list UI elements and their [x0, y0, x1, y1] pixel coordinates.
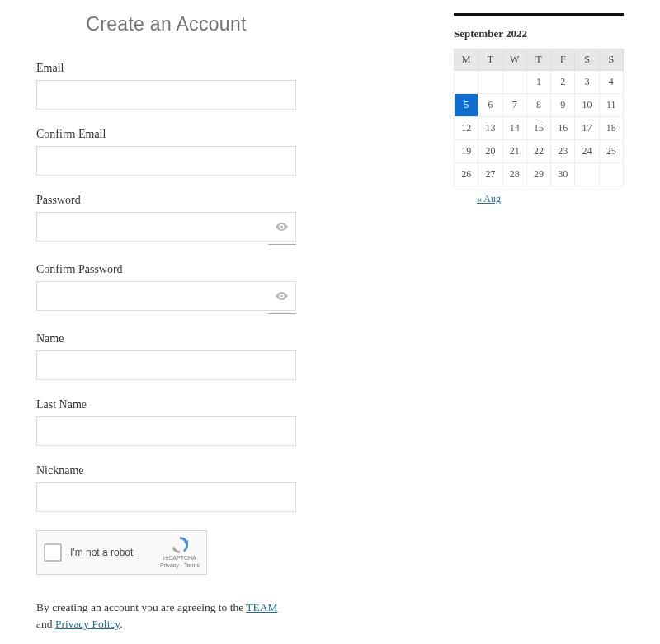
calendar-day[interactable]: 9 — [551, 94, 575, 117]
calendar-day[interactable]: 24 — [575, 140, 599, 163]
calendar-day[interactable]: 30 — [551, 163, 575, 186]
calendar-day[interactable]: 26 — [455, 163, 478, 186]
calendar-day[interactable]: 13 — [478, 117, 502, 140]
recaptcha-checkbox[interactable] — [44, 543, 62, 562]
password-underline — [268, 244, 296, 245]
weekday-header: S — [575, 49, 599, 71]
calendar-day[interactable]: 18 — [599, 117, 623, 140]
team-link[interactable]: TEAM — [246, 601, 277, 613]
password-underline — [268, 313, 296, 314]
calendar-day — [575, 163, 599, 186]
calendar-day[interactable]: 4 — [599, 71, 623, 94]
weekday-header: F — [551, 49, 575, 71]
calendar-day[interactable]: 15 — [526, 117, 550, 140]
calendar-day[interactable]: 10 — [575, 94, 599, 117]
prev-month-link[interactable]: « Aug — [477, 193, 501, 205]
sidebar-divider — [454, 13, 624, 16]
privacy-policy-link[interactable]: Privacy Policy — [55, 618, 120, 630]
calendar-day[interactable]: 16 — [551, 117, 575, 140]
confirm-password-field[interactable] — [36, 281, 296, 311]
calendar-day[interactable]: 29 — [526, 163, 550, 186]
calendar-day — [599, 163, 623, 186]
recaptcha-widget[interactable]: I'm not a robot reCAPTCHA Privacy - Term… — [36, 530, 207, 575]
legal-text: By creating an account you are agreeing … — [36, 599, 296, 633]
calendar-day[interactable]: 28 — [502, 163, 526, 186]
password-label: Password — [36, 194, 296, 207]
weekday-header: T — [526, 49, 550, 71]
calendar-day[interactable]: 7 — [502, 94, 526, 117]
last-name-label: Last Name — [36, 398, 296, 411]
calendar-day[interactable]: 25 — [599, 140, 623, 163]
calendar-month: September 2022 — [454, 27, 624, 40]
calendar-day[interactable]: 5 — [455, 94, 478, 117]
calendar-day — [478, 71, 502, 94]
svg-point-1 — [280, 295, 283, 298]
calendar-day[interactable]: 20 — [478, 140, 502, 163]
email-label: Email — [36, 62, 296, 75]
confirm-password-label: Confirm Password — [36, 263, 296, 276]
email-field[interactable] — [36, 80, 296, 110]
calendar-day[interactable]: 6 — [478, 94, 502, 117]
calendar-day[interactable]: 12 — [455, 117, 478, 140]
page-title: Create an Account — [36, 13, 296, 35]
last-name-field[interactable] — [36, 416, 296, 446]
name-label: Name — [36, 332, 296, 346]
calendar-day[interactable]: 1 — [526, 71, 550, 94]
calendar-day[interactable]: 8 — [526, 94, 550, 117]
nickname-label: Nickname — [36, 464, 296, 477]
weekday-header: T — [478, 49, 502, 71]
calendar-day[interactable]: 22 — [526, 140, 550, 163]
name-field[interactable] — [36, 350, 296, 380]
calendar-day[interactable]: 2 — [551, 71, 575, 94]
recaptcha-label: I'm not a robot — [70, 547, 160, 558]
calendar-day[interactable]: 3 — [575, 71, 599, 94]
calendar-day[interactable]: 23 — [551, 140, 575, 163]
calendar-day[interactable]: 11 — [599, 94, 623, 117]
eye-icon[interactable] — [276, 223, 288, 231]
recaptcha-brand: reCAPTCHA Privacy - Terms — [160, 536, 200, 569]
calendar-day[interactable]: 17 — [575, 117, 599, 140]
calendar-day[interactable]: 27 — [478, 163, 502, 186]
confirm-email-label: Confirm Email — [36, 128, 296, 141]
calendar-day — [455, 71, 478, 94]
svg-point-0 — [280, 226, 283, 228]
calendar-day[interactable]: 14 — [502, 117, 526, 140]
calendar-day[interactable]: 19 — [455, 140, 478, 163]
weekday-header: M — [455, 49, 478, 71]
password-field[interactable] — [36, 212, 296, 242]
calendar-day — [502, 71, 526, 94]
eye-icon[interactable] — [276, 292, 288, 300]
nickname-field[interactable] — [36, 482, 296, 512]
calendar-day[interactable]: 21 — [502, 140, 526, 163]
calendar-table: M T W T F S S 12345678910111213141516171… — [454, 49, 624, 186]
recaptcha-icon — [170, 536, 190, 554]
weekday-header: W — [502, 49, 526, 71]
weekday-header: S — [599, 49, 623, 71]
confirm-email-field[interactable] — [36, 146, 296, 176]
